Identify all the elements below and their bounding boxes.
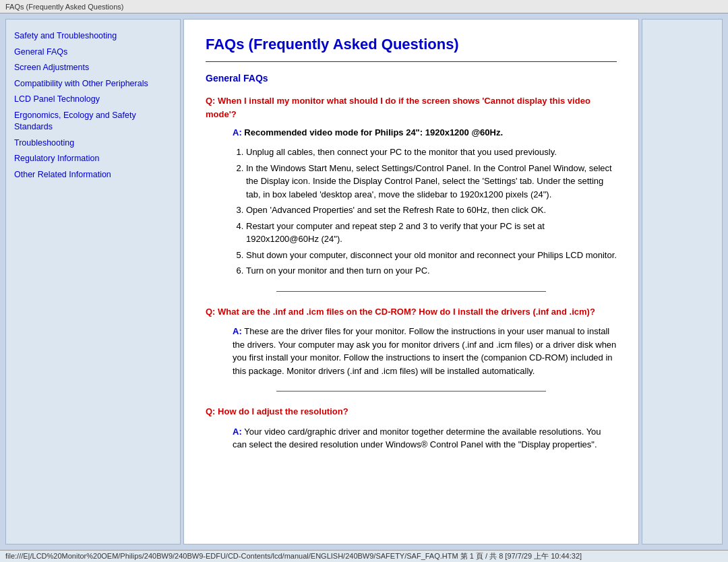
right-panel: [642, 19, 723, 544]
status-bar: file:///E|/LCD%20Monitor%20OEM/Philips/2…: [0, 550, 728, 562]
title-bar: FAQs (Frequently Asked Questions): [0, 0, 728, 13]
section-divider-2: [276, 391, 546, 392]
section-divider-1: [276, 291, 546, 292]
step-1-5: Shut down your computer, disconnect your…: [246, 249, 617, 262]
qa-block-2: Q: What are the .inf and .icm files on t…: [206, 305, 617, 378]
title-bar-text: FAQs (Frequently Asked Questions): [5, 3, 123, 11]
answer-text-2: A: These are the driver files for your m…: [233, 325, 617, 377]
section-title: General FAQs: [206, 73, 617, 84]
sidebar-item-regulatory[interactable]: Regulatory Information: [14, 153, 172, 165]
sidebar-item-ergonomics[interactable]: Ergonomics, Ecology and Safety Standards: [14, 110, 172, 133]
main-container: Safety and TroubleshootingGeneral FAQsSc…: [0, 13, 728, 550]
step-1-6: Turn on your monitor and then turn on yo…: [246, 264, 617, 278]
top-divider: [206, 61, 617, 62]
step-1-3: Open 'Advanced Properties' and set the R…: [246, 204, 617, 217]
status-bar-text: file:///E|/LCD%20Monitor%20OEM/Philips/2…: [5, 551, 582, 561]
sidebar-nav: Safety and TroubleshootingGeneral FAQsSc…: [14, 30, 172, 181]
content-panel: FAQs (Frequently Asked Questions) Genera…: [183, 19, 639, 544]
step-1-1: Unplug all cables, then connect your PC …: [246, 146, 617, 159]
sidebar: Safety and TroubleshootingGeneral FAQsSc…: [5, 19, 181, 544]
step-1-4: Restart your computer and repeat step 2 …: [246, 220, 617, 246]
answer-highlight-1: A: Recommended video mode for Philips 24…: [233, 127, 617, 137]
sidebar-item-general-faqs[interactable]: General FAQs: [14, 46, 172, 59]
qa-container: Q: When I install my monitor what should…: [206, 94, 617, 451]
qa-block-1: Q: When I install my monitor what should…: [206, 94, 617, 278]
page-title: FAQs (Frequently Asked Questions): [206, 36, 617, 53]
qa-block-3: Q: How do I adjust the resolution?A: You…: [206, 405, 617, 451]
question-3: Q: How do I adjust the resolution?: [206, 405, 617, 418]
question-2: Q: What are the .inf and .icm files on t…: [206, 305, 617, 319]
sidebar-item-safety[interactable]: Safety and Troubleshooting: [14, 30, 172, 42]
sidebar-item-screen-adjustments[interactable]: Screen Adjustments: [14, 62, 172, 74]
step-1-2: In the Windows Start Menu, select Settin…: [246, 162, 617, 201]
steps-list-1: Unplug all cables, then connect your PC …: [246, 146, 617, 278]
sidebar-item-lcd-panel[interactable]: LCD Panel Technology: [14, 94, 172, 106]
sidebar-item-other-related[interactable]: Other Related Information: [14, 169, 172, 181]
question-1: Q: When I install my monitor what should…: [206, 94, 617, 121]
sidebar-item-troubleshooting[interactable]: Troubleshooting: [14, 137, 172, 150]
answer-text-3: A: Your video card/graphic driver and mo…: [233, 425, 617, 451]
sidebar-item-compatibility[interactable]: Compatibility with Other Peripherals: [14, 78, 172, 90]
